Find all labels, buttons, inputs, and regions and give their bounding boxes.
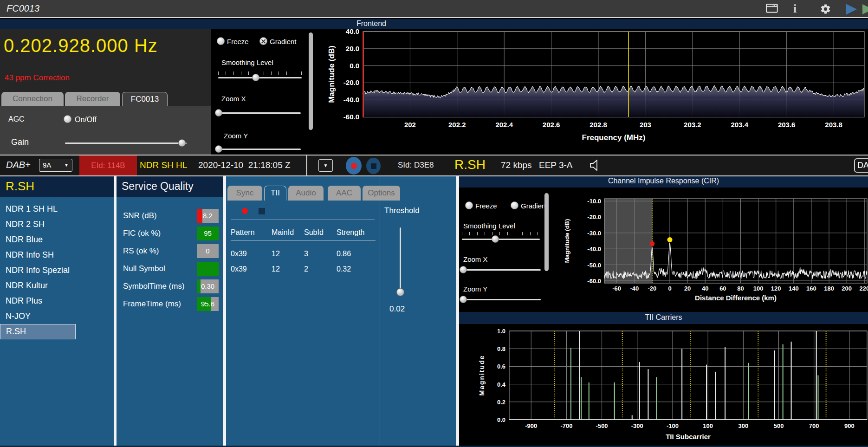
svg-text:700: 700 <box>809 422 819 429</box>
bitrate-label: 72 kbps <box>501 160 532 170</box>
spectrum-gradient-radio[interactable] <box>259 37 267 45</box>
channel-select[interactable]: 9A ▼ <box>39 159 72 172</box>
tab-tii[interactable]: TII <box>264 186 286 201</box>
tii-table-row: 0x391230.86 <box>231 246 376 261</box>
tab-fc0013[interactable]: FC0013 <box>122 92 168 106</box>
svg-text:-60.0: -60.0 <box>587 278 601 285</box>
spectrum-zoomx-handle[interactable] <box>215 109 222 117</box>
svg-text:900: 900 <box>844 422 855 429</box>
tab-audio[interactable]: Audio <box>288 186 324 201</box>
svg-text:TII Subcarrier: TII Subcarrier <box>666 433 711 441</box>
secondary-play-icon[interactable] <box>862 4 868 14</box>
stop-button[interactable] <box>366 158 381 174</box>
service-list-item[interactable]: NDR 2 SH <box>0 217 114 232</box>
spectrum-zoomy-slider[interactable] <box>216 149 301 150</box>
spectrum-smoothing-slider[interactable] <box>218 77 302 78</box>
svg-text:-20.0: -20.0 <box>587 214 601 220</box>
service-quality-row: FrameTime (ms)95.6 <box>117 295 223 313</box>
tii-table-cell: 12 <box>272 246 304 261</box>
svg-text:-900: -900 <box>525 422 537 429</box>
svg-text:120: 120 <box>771 285 781 292</box>
svg-text:Magnitude (dB): Magnitude (dB) <box>327 45 336 103</box>
agc-radio[interactable] <box>64 115 71 123</box>
record-button[interactable] <box>346 157 362 175</box>
app-window: FC0013 i Frontend 0.202.928.000 Hz 43 pp… <box>0 0 868 447</box>
speaker-icon[interactable] <box>589 159 602 173</box>
service-quality-label: RS (ok %) <box>123 242 159 260</box>
spectrum-zoomy-handle[interactable] <box>215 145 222 153</box>
svg-text:Distance Difference (km): Distance Difference (km) <box>695 294 777 302</box>
gain-slider-handle[interactable] <box>178 139 186 147</box>
svg-text:202.2: 202.2 <box>448 121 466 129</box>
svg-text:203.6: 203.6 <box>778 121 796 129</box>
service-list-item[interactable]: NDR Info Spezial <box>0 263 114 278</box>
tii-carriers-panel: 1.00.80.60.40.20.0-900-700-500-300-10010… <box>459 324 868 447</box>
timestamp: 2020-12-10 21:18:05 Z <box>198 160 291 170</box>
toolbar-divider <box>306 155 307 175</box>
threshold-slider-handle[interactable] <box>396 288 404 296</box>
protection-label: EEP 3-A <box>539 160 573 170</box>
service-list-item[interactable]: N-JOY <box>0 309 114 324</box>
service-list: NDR 1 SH HLNDR 2 SHNDR BlueNDR Info SHND… <box>0 197 114 339</box>
svg-text:203.8: 203.8 <box>825 121 842 129</box>
tii-table-cell: 0.32 <box>337 261 370 277</box>
svg-text:180: 180 <box>824 285 834 292</box>
tab-sync[interactable]: Sync <box>227 186 262 201</box>
svg-text:40: 40 <box>702 285 708 292</box>
tab-connection[interactable]: Connection <box>1 92 64 106</box>
frontend-section-header: Frontend <box>0 19 868 29</box>
service-list-item[interactable]: NDR Info SH <box>0 247 114 263</box>
svg-text:-100: -100 <box>667 422 679 429</box>
spectrum-controls-scrollbar[interactable] <box>309 32 313 130</box>
service-list-header: R.SH <box>0 176 114 197</box>
service-quality-row: SNR (dB)8.2 <box>117 207 223 225</box>
cir-plot[interactable]: -10.0-20.0-30.0-40.0-50.0-60.0-60-40-200… <box>459 188 868 312</box>
service-quality-row: RS (ok %)0 <box>117 242 223 260</box>
info-icon[interactable]: i <box>793 2 797 16</box>
svg-text:203: 203 <box>640 121 651 129</box>
tii-carriers-plot[interactable]: 1.00.80.60.40.20.0-900-700-500-300-10010… <box>459 324 868 447</box>
svg-text:40.0: 40.0 <box>346 29 359 35</box>
service-list-item[interactable]: NDR Blue <box>0 232 114 247</box>
tab-aac[interactable]: AAC <box>328 186 361 201</box>
cir-tii-area: Channel Impulse Response (CIR) Freeze Gr… <box>459 176 868 447</box>
svg-text:-40.0: -40.0 <box>343 96 359 104</box>
spectrum-freeze-radio[interactable] <box>217 37 225 45</box>
frequency-display: 0.202.928.000 Hz <box>4 35 158 56</box>
dab-mode-badge[interactable]: DAB <box>854 158 868 173</box>
threshold-label: Threshold <box>384 206 420 215</box>
tii-table-cell: 0.86 <box>337 246 370 261</box>
recorder-dropdown-button[interactable]: ▼ <box>318 159 333 172</box>
settings-gear-icon[interactable] <box>820 3 831 17</box>
service-list-item[interactable]: R.SH <box>0 324 76 339</box>
spectrum-zoomx-slider[interactable] <box>216 112 301 114</box>
threshold-slider[interactable] <box>400 227 401 292</box>
spectrum-smoothing-handle[interactable] <box>252 74 259 81</box>
dab-toolbar: DAB+ 9A ▼ EId: 114B NDR SH HL 2020-12-10… <box>0 155 868 176</box>
service-list-item[interactable]: NDR Kultur <box>0 278 114 293</box>
gain-slider[interactable] <box>65 143 187 144</box>
threshold-value: 0.02 <box>389 304 405 314</box>
ensemble-id-badge: EId: 114B <box>79 155 137 175</box>
svg-text:-20.0: -20.0 <box>343 78 359 86</box>
svg-text:0.0: 0.0 <box>350 62 359 70</box>
spectrum-smoothing-ticks <box>218 71 302 75</box>
svg-text:300: 300 <box>738 422 748 429</box>
ensemble-name: NDR SH HL <box>140 160 187 170</box>
service-quality-value: 95.6 <box>197 297 219 311</box>
service-list-item[interactable]: NDR Plus <box>0 293 114 309</box>
svg-text:202.8: 202.8 <box>589 121 607 129</box>
service-quality-bar: 8.2 <box>197 209 219 223</box>
svg-text:203.2: 203.2 <box>684 121 701 129</box>
tab-recorder[interactable]: Recorder <box>65 92 120 106</box>
service-list-item[interactable]: NDR 1 SH HL <box>0 201 114 217</box>
ppm-correction: 43 ppm Correction <box>5 73 70 83</box>
start-play-icon[interactable] <box>846 4 857 15</box>
spectrum-plot[interactable]: 40.020.00.0-20.0-40.0-60.0202202.2202.42… <box>320 29 868 155</box>
tab-options[interactable]: Options <box>363 186 400 201</box>
svg-text:Magnitude: Magnitude <box>478 355 486 396</box>
window-icon[interactable] <box>766 3 778 15</box>
spectrum-smoothing-label: Smoothing Level <box>221 58 273 66</box>
svg-text:0.0: 0.0 <box>497 416 505 423</box>
agc-option-label: On/Off <box>75 116 97 124</box>
